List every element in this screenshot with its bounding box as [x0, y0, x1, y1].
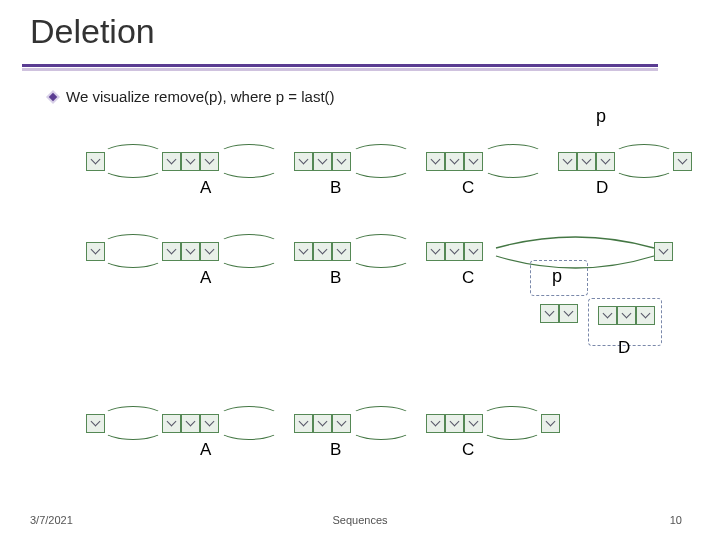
- row1-label-B: B: [330, 178, 341, 198]
- row3-label-B: B: [330, 440, 341, 460]
- footer-page: 10: [670, 514, 682, 526]
- p-label-row1: p: [596, 106, 606, 127]
- diamond-bullet-icon: [48, 92, 58, 102]
- row1-label-A: A: [200, 178, 211, 198]
- title-underline: [22, 64, 658, 72]
- footer-center: Sequences: [0, 514, 720, 526]
- row1-label-D: D: [596, 178, 608, 198]
- p-label-row2: p: [552, 266, 562, 287]
- bullet-text: We visualize remove(p), where p = last(): [48, 88, 335, 105]
- row2-floating-D: D: [618, 338, 630, 358]
- row3-label-C: C: [462, 440, 474, 460]
- page-title: Deletion: [0, 0, 720, 51]
- row1-label-C: C: [462, 178, 474, 198]
- row3-label-A: A: [200, 440, 211, 460]
